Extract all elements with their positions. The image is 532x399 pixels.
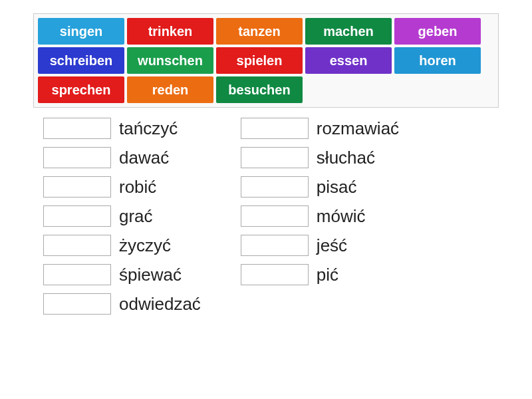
word-tile-reden[interactable]: reden [127, 76, 213, 103]
dropzone[interactable] [43, 118, 111, 139]
word-tile-sprechen[interactable]: sprechen [38, 76, 124, 103]
answer-label: jeść [317, 235, 347, 256]
answer-row: odwiedzać [43, 293, 201, 315]
answer-label: mówić [317, 206, 366, 227]
word-tile-trinken[interactable]: trinken [127, 18, 213, 45]
word-bank: singentrinkentanzenmachengebenschreibenw… [33, 13, 499, 108]
answers-column-left: tańczyćdawaćrobićgraćżyczyćśpiewaćodwied… [43, 118, 201, 315]
answer-row: dawać [43, 147, 201, 168]
answer-row: pić [241, 264, 399, 285]
answer-row: śpiewać [43, 264, 201, 285]
word-tile-essen[interactable]: essen [305, 47, 392, 74]
dropzone[interactable] [43, 235, 111, 256]
answer-row: słuchać [241, 147, 399, 168]
answers-column-right: rozmawiaćsłuchaćpisaćmówićjeśćpić [241, 118, 399, 315]
dropzone[interactable] [241, 205, 309, 227]
dropzone[interactable] [241, 118, 309, 139]
answer-label: tańczyć [119, 118, 178, 139]
dropzone[interactable] [43, 293, 111, 315]
dropzone[interactable] [241, 147, 309, 168]
word-tile-machen[interactable]: machen [305, 18, 392, 45]
answer-label: robić [119, 177, 156, 198]
dropzone[interactable] [43, 205, 111, 227]
dropzone[interactable] [43, 147, 111, 168]
answer-label: słuchać [317, 148, 375, 168]
answer-row: jeść [241, 235, 399, 256]
answer-label: rozmawiać [317, 118, 399, 139]
word-tile-singen[interactable]: singen [38, 18, 124, 45]
answer-label: życzyć [119, 235, 171, 256]
word-tile-besuchen[interactable]: besuchen [216, 76, 303, 103]
answer-row: rozmawiać [241, 118, 399, 139]
dropzone[interactable] [43, 176, 111, 198]
dropzone[interactable] [43, 264, 111, 285]
dropzone[interactable] [241, 176, 309, 198]
answer-label: śpiewać [119, 265, 182, 285]
word-tile-spielen[interactable]: spielen [216, 47, 303, 74]
answer-label: dawać [119, 148, 169, 168]
answer-label: pić [317, 265, 338, 285]
answer-label: grać [119, 206, 153, 227]
answer-row: tańczyć [43, 118, 201, 139]
dropzone[interactable] [241, 264, 309, 285]
answer-row: życzyć [43, 235, 201, 256]
answer-row: mówić [241, 205, 399, 227]
answer-row: robić [43, 176, 201, 198]
word-tile-wunschen[interactable]: wunschen [127, 47, 213, 74]
word-tile-tanzen[interactable]: tanzen [216, 18, 303, 45]
answers-area: tańczyćdawaćrobićgraćżyczyćśpiewaćodwied… [33, 118, 499, 315]
word-tile-geben[interactable]: geben [394, 18, 481, 45]
word-tile-schreiben[interactable]: schreiben [38, 47, 124, 74]
answer-row: grać [43, 205, 201, 227]
answer-row: pisać [241, 176, 399, 198]
answer-label: odwiedzać [119, 294, 201, 315]
word-tile-horen[interactable]: horen [394, 47, 481, 74]
dropzone[interactable] [241, 235, 309, 256]
answer-label: pisać [317, 177, 357, 198]
